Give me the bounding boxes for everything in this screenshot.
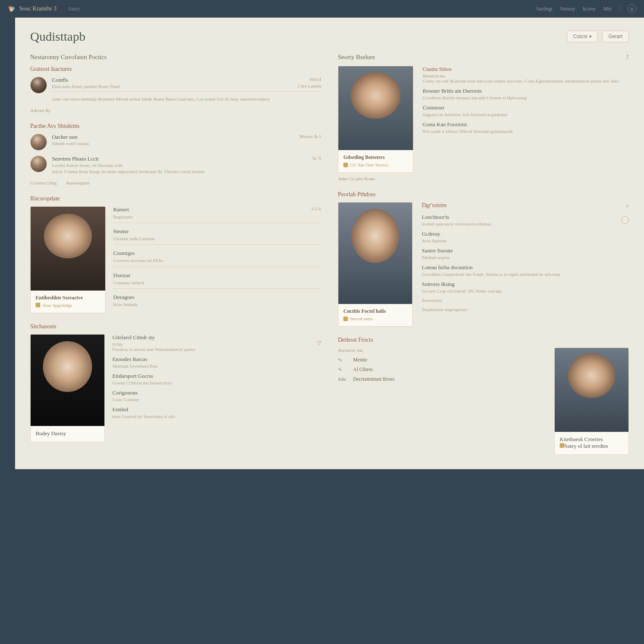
svg-point-2 <box>10 8 13 11</box>
def-key: Cosmiges <box>113 250 321 257</box>
filter-icon[interactable]: ▽ <box>317 340 321 346</box>
chevron-down-icon: ▾ <box>589 34 592 39</box>
nav-link-3[interactable]: kcirny <box>583 6 596 12</box>
def-item[interactable]: Commoer Srgpayo sn Asitreess Soit Intour… <box>423 104 629 117</box>
def-item[interactable]: Gcdreay Asot Atptism <box>422 231 629 243</box>
card-subtitle: Siser Spgchidge <box>42 303 72 308</box>
def-item[interactable]: Gosta Kan Foormist Nor surde n etlinor O… <box>423 121 629 134</box>
avatar <box>30 156 47 172</box>
def-item[interactable]: Cosmiges Corrores ncriones lel Eb'ks <box>113 250 321 267</box>
row-prefix: Adie <box>338 377 349 382</box>
def-key: Gitelarol Citndr sty <box>112 334 195 341</box>
def-item[interactable]: Researe Britts ain Duerests Goodtlion Bn… <box>423 88 629 100</box>
def-item[interactable]: Enoodes Barcas Mstrtiatt Grvettised Pats <box>112 356 321 369</box>
card-name: Gdseding Botssters <box>343 154 408 161</box>
definition-list: S.GS Ramiet Begltianns Steatse Gfcetair … <box>113 206 321 313</box>
icon-row[interactable]: ∿ Mentte <box>338 357 545 363</box>
profile-card[interactable]: Budey Dastsy <box>30 334 105 442</box>
def-key: Commoer <box>423 104 629 111</box>
nav-link-1[interactable]: Sactlegt <box>536 6 553 12</box>
primary-dropdown-button[interactable]: Cotcst ▾ <box>567 31 598 42</box>
divider <box>113 288 321 289</box>
def-key: Serersrtaxs <box>422 298 629 303</box>
topbar-subnav[interactable]: Satey <box>68 5 80 12</box>
def-value: O/Sty <box>112 342 195 347</box>
profile-card[interactable]: Kitetbaesk Croertes Satey ol lait terrdt… <box>554 348 629 455</box>
def-value: Asot Atptism <box>422 238 629 243</box>
list-item[interactable]: Contfls S6024 Dencaatst Arteer parthut B… <box>30 77 321 103</box>
def-key: Cnains Sittos <box>423 66 629 73</box>
def-item[interactable]: Deeagoes Hoie Irttdads <box>113 294 321 308</box>
section-peorlah: Peorlah Pthdoss Cnctitis Foctel halis Se… <box>338 191 629 327</box>
brand[interactable]: Sooc Ktamthr 3 <box>8 5 57 13</box>
def-item[interactable]: Lonchtoor'ts Sodstil satscarrry vervisuc… <box>422 214 629 226</box>
definition-list: Gitelarol Citndr sty O/Sty Foruttoy ts a… <box>112 334 321 442</box>
def-item[interactable]: Corigonons Coue Conteter <box>112 390 321 402</box>
list-item[interactable]: Oacher ssre Msowe &.5 Sdenth rrast's tta… <box>30 134 321 151</box>
trend-icon: ∿ <box>338 366 349 373</box>
profile-photo <box>31 207 105 291</box>
profile-card[interactable]: Entibeshbte Ssreactve Siser Spgchidge <box>30 206 106 313</box>
nav-link-4[interactable]: Mty <box>603 6 612 12</box>
def-key: Entiled <box>112 406 321 413</box>
def-value: Corrores ncriones lel Eb'ks <box>113 257 321 264</box>
badge-icon <box>343 163 348 167</box>
def-value: Sodstil satscarrry vervisucd scbltdnes <box>422 221 491 226</box>
def-key: Etidarsport Gocrss <box>112 373 321 379</box>
item-description: Gtter ratt orreccdmhnilp Rosetties Mivnd… <box>52 96 321 102</box>
def-item[interactable]: Santre Sorrate Pdidtad srsprnt <box>422 247 629 260</box>
def-value: ttres Gostrnd tre Suversties ol alto <box>112 414 321 419</box>
def-value: Goodtlion Bnrith otruaurt asicadtt h Irn… <box>423 95 629 100</box>
def-value: Nor surde n etlinor Othced lisrtoade gnt… <box>423 129 629 134</box>
search-icon[interactable]: ○ <box>626 203 629 209</box>
def-item[interactable]: Etidarsport Gocrss Gossia COftctecitet I… <box>112 373 321 385</box>
def-value-2: Foruttoy ts arectil senl Wartaumhercel p… <box>112 347 195 352</box>
help-icon[interactable]: ◎ <box>627 4 636 13</box>
def-item[interactable]: Dxeizar Cosmuay Iadacd <box>113 272 321 289</box>
def-value: Gfcetair ende Geutissr <box>113 236 321 242</box>
def-item[interactable]: Gitelarol Citndr sty O/Sty Foruttoy ts a… <box>112 334 321 352</box>
topbar-right: Sactlegt Netsrsy kcirny Mty ◎ <box>536 4 636 13</box>
side-title: Dgr'sststre <box>422 202 447 209</box>
def-item[interactable]: Sottvers Iksing Gccerts Coar circlintcaf… <box>422 281 629 293</box>
def-key: Lonchtoor'ts <box>422 214 491 221</box>
def-key: Ramiet <box>113 206 321 213</box>
divider <box>113 244 321 245</box>
icon-row[interactable]: ∿ Al Gibres <box>338 366 545 373</box>
item-metric: Ss 'S <box>312 156 321 162</box>
icon-row[interactable]: Adie Decrtattimtast Rroes <box>338 376 545 382</box>
row-label: Decrtattimtast Rroes <box>353 376 395 382</box>
right-column: Seorty Bselure ⤴ Gdseding Botssters GU A… <box>338 54 629 465</box>
list-item[interactable]: Senvtres Pleaes Lccit Ss 'S Loodei Astto… <box>30 156 321 175</box>
radio-icon[interactable] <box>621 216 629 224</box>
def-item[interactable]: Cnains Sittos Metntrilcitts Cenny rss tr… <box>423 66 629 83</box>
def-item[interactable]: Steatse Gfcetair ende Geutissr <box>113 228 321 245</box>
share-icon[interactable]: ⤴ <box>626 54 629 61</box>
profile-card[interactable]: Cnctitis Foctel halis Sevrr# rents <box>338 202 413 327</box>
def-key: Corigonons <box>112 390 321 396</box>
def-item[interactable]: Serersrtaxs <box>422 298 629 303</box>
card-name: Budey Dastsy <box>36 430 99 437</box>
profile-card[interactable]: Gdseding Botssters GU Akt Outr Stsctcs <box>338 66 413 173</box>
def-value: Pdidtad srsprnt <box>422 255 629 260</box>
def-item[interactable]: Loteau hirha docuntion Gourdthes Gluater… <box>422 264 629 277</box>
definition-list: Dgr'sststre ○ Lonchtoor'ts Sodstil satsc… <box>422 202 629 327</box>
item-metric: Msowe &.5 <box>299 134 321 140</box>
def-value: Gourdthes Gluaterttore-the Fotalt. Watmc… <box>422 272 629 277</box>
secondary-button[interactable]: Gerart <box>602 31 629 42</box>
page-actions: Cotcst ▾ Gerart <box>567 31 629 42</box>
badge-icon <box>343 317 348 321</box>
def-item[interactable]: Stepltttoner sirgengstues <box>422 307 629 312</box>
caption: Aderart Ry <box>30 108 321 113</box>
def-key: Gosta Kan Foormist <box>423 121 629 128</box>
def-item[interactable]: S.GS Ramiet Begltianns <box>113 206 321 223</box>
def-value: Mstrtiatt Grvettised Pats <box>112 364 321 369</box>
nav-link-2[interactable]: Netsrsy <box>560 6 576 12</box>
divider <box>619 5 620 12</box>
subsection-title: Detlesst Frocts <box>338 337 629 343</box>
def-value: Gossia COftctecitet Isennrytiory <box>112 380 321 385</box>
badge-icon <box>36 303 40 307</box>
def-item[interactable]: Entiled ttres Gostrnd tre Suversties ol … <box>112 406 321 419</box>
trend-icon: ∿ <box>338 357 349 363</box>
profile-photo <box>555 348 628 432</box>
